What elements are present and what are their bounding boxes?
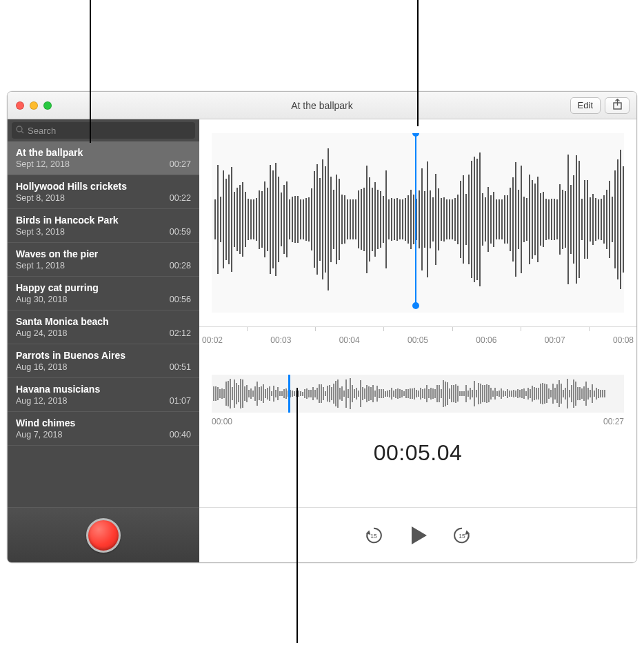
recording-list-item[interactable]: Santa Monica beachAug 24, 201802:12 <box>8 310 199 344</box>
recording-date: Aug 7, 2018 <box>16 430 62 440</box>
recording-duration: 00:40 <box>170 430 191 440</box>
recording-list-item[interactable]: Waves on the pierSept 1, 201800:28 <box>8 243 199 277</box>
svg-point-1 <box>17 126 22 132</box>
recording-date: Sept 1, 2018 <box>16 261 65 270</box>
recording-title: Santa Monica beach <box>16 316 191 327</box>
recordings-sidebar: Search At the ballparkSept 12, 201800:27… <box>8 119 199 562</box>
edit-button[interactable]: Edit <box>570 97 601 114</box>
voice-memos-window: At the ballpark Edit <box>7 91 637 563</box>
recording-duration: 02:12 <box>170 328 191 338</box>
ruler-tick-label: 00:04 <box>339 335 360 345</box>
search-input[interactable]: Search <box>12 122 195 139</box>
close-window-button[interactable] <box>16 101 24 110</box>
recording-list-item[interactable]: Birds in Hancock ParkSept 3, 201800:59 <box>8 209 199 243</box>
ruler-tick-label: 00:02 <box>202 335 223 345</box>
play-button[interactable] <box>406 524 430 547</box>
svg-text:15: 15 <box>459 532 465 539</box>
recording-list-item[interactable]: At the ballparkSept 12, 201800:27 <box>8 141 199 175</box>
traffic-lights <box>16 101 52 110</box>
recording-title: At the ballpark <box>16 147 191 158</box>
recording-title: Havana musicians <box>16 384 191 395</box>
search-placeholder: Search <box>28 126 56 136</box>
recording-duration: 00:27 <box>170 159 191 169</box>
callout-line-top-left <box>90 0 91 143</box>
skip-forward-15-button[interactable]: 15 <box>452 525 472 546</box>
recording-duration: 00:59 <box>170 227 191 237</box>
window-title: At the ballpark <box>8 100 636 111</box>
recording-date: Sept 8, 2018 <box>16 193 65 203</box>
detail-waveform[interactable] <box>212 133 624 313</box>
recording-date: Aug 16, 2018 <box>16 362 67 372</box>
share-icon <box>612 99 623 112</box>
recording-list-item[interactable]: Happy cat purringAug 30, 201800:56 <box>8 277 199 310</box>
overview-waveform[interactable] <box>212 375 624 413</box>
recordings-list: At the ballparkSept 12, 201800:27Hollywo… <box>8 141 199 507</box>
playhead-overview[interactable] <box>288 375 290 413</box>
recording-date: Aug 12, 2018 <box>16 396 67 406</box>
recording-duration: 01:07 <box>170 396 191 406</box>
ruler-tick-label: 00:06 <box>476 335 496 345</box>
recording-title: Birds in Hancock Park <box>16 215 191 226</box>
ruler-tick-label: 00:03 <box>270 335 291 345</box>
recording-title: Happy cat purring <box>16 282 191 293</box>
recording-list-item[interactable]: Havana musiciansAug 12, 201801:07 <box>8 378 199 412</box>
callout-line-top-center <box>417 0 419 126</box>
recording-duration: 00:51 <box>170 362 191 372</box>
overview-end-time: 00:27 <box>603 417 624 426</box>
callout-line-bottom <box>296 388 298 643</box>
recording-list-item[interactable]: Hollywood Hills cricketsSept 8, 201800:2… <box>8 175 199 209</box>
record-button[interactable] <box>86 518 121 553</box>
recording-duration: 00:28 <box>170 261 191 270</box>
recording-list-item[interactable]: Parrots in Buenos AiresAug 16, 201800:51 <box>8 344 199 378</box>
svg-text:15: 15 <box>370 532 377 539</box>
share-button[interactable] <box>605 97 630 114</box>
recording-date: Aug 30, 2018 <box>16 295 67 304</box>
recording-date: Sept 3, 2018 <box>16 227 65 237</box>
recording-date: Aug 24, 2018 <box>16 328 67 338</box>
playback-controls: 15 15 <box>199 507 636 562</box>
recording-detail-pane: 00:0200:0300:0400:0500:0600:0700:08 00:0… <box>199 119 636 562</box>
overview-start-time: 00:00 <box>212 417 232 426</box>
recording-title: Parrots in Buenos Aires <box>16 350 191 361</box>
recording-title: Hollywood Hills crickets <box>16 181 191 192</box>
titlebar: At the ballpark Edit <box>8 92 636 119</box>
recording-date: Sept 12, 2018 <box>16 159 70 169</box>
ruler-tick-label: 00:07 <box>545 335 565 345</box>
skip-back-15-button[interactable]: 15 <box>363 525 384 546</box>
recording-list-item[interactable]: Wind chimesAug 7, 201800:40 <box>8 412 199 446</box>
ruler-tick-label: 00:05 <box>407 335 428 345</box>
recording-title: Wind chimes <box>16 417 191 428</box>
recording-duration: 00:56 <box>170 295 191 304</box>
time-ruler: 00:0200:0300:0400:0500:0600:0700:08 <box>199 326 636 354</box>
recording-title: Waves on the pier <box>16 248 191 259</box>
fullscreen-window-button[interactable] <box>43 101 52 110</box>
recording-duration: 00:22 <box>170 193 191 203</box>
current-time-display: 00:05.04 <box>199 440 636 466</box>
ruler-tick-label: 00:08 <box>613 335 634 345</box>
playhead-detail[interactable] <box>415 133 416 306</box>
search-icon <box>16 126 24 136</box>
minimize-window-button[interactable] <box>30 101 38 110</box>
